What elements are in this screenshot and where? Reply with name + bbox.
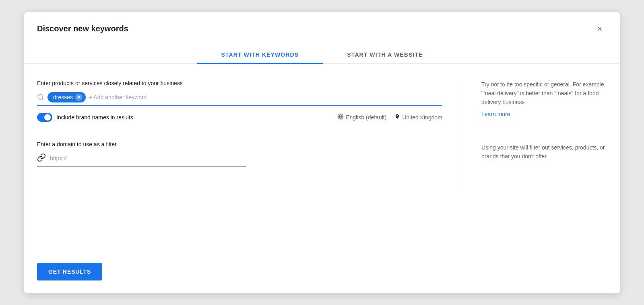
tab-keywords[interactable]: START WITH KEYWORDS	[197, 46, 323, 63]
toggle-label: Include brand names in results	[56, 114, 337, 121]
close-button[interactable]: ×	[592, 22, 607, 36]
language-selector[interactable]: English (default)	[337, 113, 386, 121]
right-column: Try not to be too specific or general. F…	[462, 80, 607, 186]
location-label: United Kingdom	[402, 114, 442, 121]
keywords-hint-section: Try not to be too specific or general. F…	[481, 80, 607, 117]
domain-hint-section: Using your site will filter out services…	[481, 143, 607, 161]
link-icon	[37, 153, 46, 164]
chip-remove-button[interactable]: ✕	[75, 94, 83, 101]
domain-input-row	[37, 153, 246, 167]
domain-input[interactable]	[50, 155, 246, 162]
svg-line-1	[42, 98, 43, 100]
location-selector[interactable]: United Kingdom	[394, 113, 442, 121]
dialog-body: Enter products or services closely relat…	[24, 64, 620, 253]
keywords-hint-text: Try not to be too specific or general. F…	[481, 80, 607, 107]
chip-label: dresses	[53, 94, 73, 100]
keyword-input-row: dresses ✕	[37, 92, 442, 106]
toggle-row: Include brand names in results	[37, 113, 442, 122]
dialog-title: Discover new keywords	[37, 24, 128, 33]
lang-location-row: English (default) United Kingdom	[337, 113, 442, 121]
brand-names-toggle[interactable]	[37, 113, 52, 122]
pin-icon	[394, 113, 400, 121]
keywords-section-label: Enter products or services closely relat…	[37, 80, 442, 86]
get-results-button[interactable]: GET RESULTS	[37, 263, 102, 280]
learn-more-link[interactable]: Learn more	[481, 111, 607, 117]
dialog-footer: GET RESULTS	[24, 253, 620, 293]
globe-icon	[337, 113, 344, 121]
search-icon	[37, 94, 44, 101]
domain-section: Enter a domain to use as a filter	[37, 141, 442, 167]
tab-website[interactable]: START WITH A WEBSITE	[323, 46, 447, 63]
keywords-section: Enter products or services closely relat…	[37, 80, 442, 122]
left-column: Enter products or services closely relat…	[37, 80, 462, 186]
add-keyword-input[interactable]	[89, 92, 442, 102]
tab-bar: START WITH KEYWORDS START WITH A WEBSITE	[24, 46, 620, 64]
domain-section-label: Enter a domain to use as a filter	[37, 141, 442, 147]
discover-keywords-dialog: Discover new keywords × START WITH KEYWO…	[24, 12, 620, 293]
dialog-header: Discover new keywords ×	[24, 12, 620, 36]
language-label: English (default)	[346, 114, 386, 121]
keyword-chip-dresses: dresses ✕	[47, 92, 86, 102]
domain-hint-text: Using your site will filter out services…	[481, 143, 607, 161]
